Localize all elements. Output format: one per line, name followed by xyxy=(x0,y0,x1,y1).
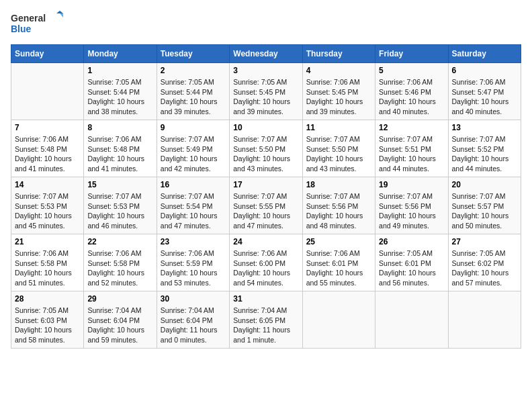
calendar-week-2: 7Sunrise: 7:06 AMSunset: 5:48 PMDaylight… xyxy=(11,120,521,177)
calendar-cell: 14Sunrise: 7:07 AMSunset: 5:53 PMDayligh… xyxy=(11,177,84,234)
calendar-cell: 23Sunrise: 7:06 AMSunset: 5:59 PMDayligh… xyxy=(157,234,229,291)
calendar-cell xyxy=(448,291,521,349)
day-info: Sunrise: 7:07 AMSunset: 5:50 PMDaylight:… xyxy=(306,134,371,174)
calendar-cell: 27Sunrise: 7:05 AMSunset: 6:02 PMDayligh… xyxy=(448,234,521,291)
calendar-cell: 9Sunrise: 7:07 AMSunset: 5:49 PMDaylight… xyxy=(157,120,229,177)
calendar-week-5: 28Sunrise: 7:05 AMSunset: 6:03 PMDayligh… xyxy=(11,291,521,349)
day-number: 7 xyxy=(15,123,80,132)
svg-text:General: General xyxy=(11,13,46,24)
day-info: Sunrise: 7:04 AMSunset: 6:05 PMDaylight:… xyxy=(233,306,298,345)
calendar-header-row: SundayMondayTuesdayWednesdayThursdayFrid… xyxy=(11,45,521,63)
calendar-week-4: 21Sunrise: 7:06 AMSunset: 5:58 PMDayligh… xyxy=(11,234,521,291)
calendar-cell: 30Sunrise: 7:04 AMSunset: 6:04 PMDayligh… xyxy=(157,291,229,349)
day-number: 28 xyxy=(15,294,80,304)
calendar-cell: 5Sunrise: 7:06 AMSunset: 5:46 PMDaylight… xyxy=(375,63,448,120)
day-number: 2 xyxy=(161,66,226,75)
header-sunday: Sunday xyxy=(11,45,84,63)
day-info: Sunrise: 7:06 AMSunset: 5:45 PMDaylight:… xyxy=(306,77,371,117)
day-number: 17 xyxy=(233,180,298,189)
day-number: 3 xyxy=(233,66,298,75)
header-friday: Friday xyxy=(375,45,448,63)
calendar-cell: 25Sunrise: 7:06 AMSunset: 6:01 PMDayligh… xyxy=(302,234,375,291)
calendar-cell: 22Sunrise: 7:06 AMSunset: 5:58 PMDayligh… xyxy=(84,234,157,291)
day-info: Sunrise: 7:07 AMSunset: 5:54 PMDaylight:… xyxy=(161,191,226,231)
day-info: Sunrise: 7:06 AMSunset: 5:48 PMDaylight:… xyxy=(15,134,80,174)
calendar-cell xyxy=(375,291,448,349)
day-number: 1 xyxy=(87,66,152,75)
calendar-cell: 12Sunrise: 7:07 AMSunset: 5:51 PMDayligh… xyxy=(375,120,448,177)
day-number: 20 xyxy=(452,180,517,189)
calendar-cell xyxy=(302,291,375,349)
calendar-week-1: 1Sunrise: 7:05 AMSunset: 5:44 PMDaylight… xyxy=(11,63,521,120)
calendar-cell: 15Sunrise: 7:07 AMSunset: 5:53 PMDayligh… xyxy=(84,177,157,234)
calendar-cell: 24Sunrise: 7:06 AMSunset: 6:00 PMDayligh… xyxy=(230,234,302,291)
calendar-cell: 11Sunrise: 7:07 AMSunset: 5:50 PMDayligh… xyxy=(302,120,375,177)
calendar-cell: 7Sunrise: 7:06 AMSunset: 5:48 PMDaylight… xyxy=(11,120,84,177)
day-info: Sunrise: 7:06 AMSunset: 5:47 PMDaylight:… xyxy=(452,77,517,117)
day-info: Sunrise: 7:05 AMSunset: 6:01 PMDaylight:… xyxy=(379,248,444,288)
day-number: 21 xyxy=(15,237,80,246)
page-header: General Blue xyxy=(11,11,521,38)
day-info: Sunrise: 7:05 AMSunset: 5:45 PMDaylight:… xyxy=(233,77,298,117)
header-monday: Monday xyxy=(84,45,157,63)
svg-marker-2 xyxy=(56,11,63,13)
calendar-cell: 10Sunrise: 7:07 AMSunset: 5:50 PMDayligh… xyxy=(230,120,302,177)
calendar-cell: 6Sunrise: 7:06 AMSunset: 5:47 PMDaylight… xyxy=(448,63,521,120)
day-info: Sunrise: 7:07 AMSunset: 5:50 PMDaylight:… xyxy=(233,134,298,174)
calendar-cell: 20Sunrise: 7:07 AMSunset: 5:57 PMDayligh… xyxy=(448,177,521,234)
calendar-cell: 3Sunrise: 7:05 AMSunset: 5:45 PMDaylight… xyxy=(230,63,302,120)
day-number: 22 xyxy=(87,237,152,246)
day-info: Sunrise: 7:06 AMSunset: 5:46 PMDaylight:… xyxy=(379,77,444,117)
day-info: Sunrise: 7:07 AMSunset: 5:53 PMDaylight:… xyxy=(87,191,152,231)
day-number: 8 xyxy=(87,123,152,132)
header-saturday: Saturday xyxy=(448,45,521,63)
calendar-cell: 16Sunrise: 7:07 AMSunset: 5:54 PMDayligh… xyxy=(157,177,229,234)
calendar-cell: 21Sunrise: 7:06 AMSunset: 5:58 PMDayligh… xyxy=(11,234,84,291)
header-wednesday: Wednesday xyxy=(230,45,302,63)
calendar-body: 1Sunrise: 7:05 AMSunset: 5:44 PMDaylight… xyxy=(11,63,521,349)
day-number: 13 xyxy=(452,123,517,132)
calendar-cell: 19Sunrise: 7:07 AMSunset: 5:56 PMDayligh… xyxy=(375,177,448,234)
day-number: 31 xyxy=(233,294,298,304)
day-number: 16 xyxy=(161,180,226,189)
day-number: 12 xyxy=(379,123,444,132)
day-info: Sunrise: 7:05 AMSunset: 6:02 PMDaylight:… xyxy=(452,248,517,288)
day-info: Sunrise: 7:07 AMSunset: 5:53 PMDaylight:… xyxy=(15,191,80,231)
day-info: Sunrise: 7:07 AMSunset: 5:56 PMDaylight:… xyxy=(379,191,444,231)
day-info: Sunrise: 7:07 AMSunset: 5:52 PMDaylight:… xyxy=(452,134,517,174)
day-number: 18 xyxy=(306,180,371,189)
logo: General Blue xyxy=(11,11,64,38)
calendar-cell xyxy=(11,63,84,120)
day-number: 11 xyxy=(306,123,371,132)
day-number: 4 xyxy=(306,66,371,75)
day-info: Sunrise: 7:06 AMSunset: 6:00 PMDaylight:… xyxy=(233,248,298,288)
day-number: 14 xyxy=(15,180,80,189)
calendar-cell: 2Sunrise: 7:05 AMSunset: 5:44 PMDaylight… xyxy=(157,63,229,120)
calendar-cell: 17Sunrise: 7:07 AMSunset: 5:55 PMDayligh… xyxy=(230,177,302,234)
day-info: Sunrise: 7:06 AMSunset: 5:59 PMDaylight:… xyxy=(161,248,226,288)
day-info: Sunrise: 7:05 AMSunset: 5:44 PMDaylight:… xyxy=(87,77,152,117)
logo-svg: General Blue xyxy=(11,11,64,38)
svg-text:Blue: Blue xyxy=(11,24,32,34)
day-number: 15 xyxy=(87,180,152,189)
day-number: 23 xyxy=(161,237,226,246)
day-number: 30 xyxy=(161,294,226,304)
calendar-cell: 29Sunrise: 7:04 AMSunset: 6:04 PMDayligh… xyxy=(84,291,157,349)
header-thursday: Thursday xyxy=(302,45,375,63)
day-number: 25 xyxy=(306,237,371,246)
calendar-cell: 28Sunrise: 7:05 AMSunset: 6:03 PMDayligh… xyxy=(11,291,84,349)
day-info: Sunrise: 7:07 AMSunset: 5:55 PMDaylight:… xyxy=(233,191,298,231)
day-info: Sunrise: 7:06 AMSunset: 6:01 PMDaylight:… xyxy=(306,248,371,288)
day-number: 24 xyxy=(233,237,298,246)
calendar-table: SundayMondayTuesdayWednesdayThursdayFrid… xyxy=(11,44,521,349)
calendar-cell: 4Sunrise: 7:06 AMSunset: 5:45 PMDaylight… xyxy=(302,63,375,120)
calendar-cell: 18Sunrise: 7:07 AMSunset: 5:56 PMDayligh… xyxy=(302,177,375,234)
day-number: 26 xyxy=(379,237,444,246)
svg-marker-3 xyxy=(60,13,63,17)
day-info: Sunrise: 7:04 AMSunset: 6:04 PMDaylight:… xyxy=(161,306,226,345)
day-number: 29 xyxy=(87,294,152,304)
day-info: Sunrise: 7:04 AMSunset: 6:04 PMDaylight:… xyxy=(87,306,152,345)
calendar-cell: 13Sunrise: 7:07 AMSunset: 5:52 PMDayligh… xyxy=(448,120,521,177)
calendar-cell: 31Sunrise: 7:04 AMSunset: 6:05 PMDayligh… xyxy=(230,291,302,349)
day-info: Sunrise: 7:06 AMSunset: 5:48 PMDaylight:… xyxy=(87,134,152,174)
